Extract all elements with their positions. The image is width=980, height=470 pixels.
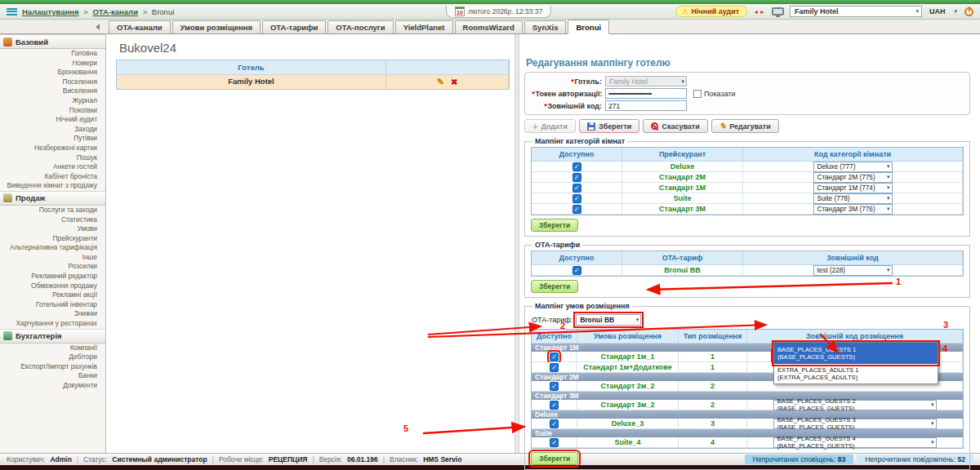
sidebar-item-services-events[interactable]: Послуги та заходи [0,206,105,215]
ota-tariff-select[interactable]: Bronui BB ▾ [576,314,641,326]
sidebar-item-rooms-off-sale[interactable]: Виведення кімнат з продажу [0,181,105,191]
sidebar-item-statistics[interactable]: Статистика [0,215,105,225]
save-room-mapping-button[interactable]: Зберегти [531,219,578,232]
sidebar-item-bookings[interactable]: Бронювання [0,68,105,78]
annotation-label-3: 3 [943,320,948,330]
sidebar-item-hotel-inventory[interactable]: Готельний інвентар [0,300,105,310]
cancel-button[interactable]: Скасувати [643,119,707,133]
placement-code-select[interactable]: BASE_PLACES_GUESTS 3 (BASE_PLACES_GUESTS… [773,419,937,429]
sidebar-item-guest-forms[interactable]: Анкети гостей [0,162,105,172]
placement-code-select[interactable]: BASE_PLACES_GUESTS 4 (BASE_PLACES_GUESTS… [773,437,937,448]
datetime-widget[interactable]: 10 лютого 2026р. 12:33:37 [446,6,551,18]
save-button[interactable]: Зберегти [579,119,639,133]
show-token-checkbox[interactable] [693,90,702,98]
tab-ota-tariffs[interactable]: ОТА-тарифи [262,20,326,33]
token-input[interactable]: •••••••••••••••••••••••• [605,88,687,99]
tab-ota-services[interactable]: ОТА-послуги [327,20,393,33]
sidebar-item-invoice-export[interactable]: Експорт/Імпорт рахунків [0,362,105,372]
row-checkbox[interactable]: ✓ [550,401,559,410]
external-code-input[interactable]: 271 [605,100,687,111]
chevron-down-icon: ▾ [887,184,890,191]
dropdown-option-selected[interactable]: BASE_PLACES_GUESTS 1 (BASE_PLACES_GUESTS… [774,343,938,364]
hotel-field-select[interactable]: Family Hotel ▾ [605,76,687,86]
token-field-label: Токен авторизації: [536,90,603,98]
row-checkbox[interactable]: ✓ [572,173,581,182]
table-row: ✓ Стандарт 1М Стандарт 1М (774)▾ [532,183,963,193]
sidebar-item-booker-cabinet[interactable]: Кабінет броніста [0,172,105,182]
sidebar-item-ad-editor[interactable]: Рекламний редактор [0,272,105,282]
sidebar-section-accounting[interactable]: Бухгалтерія [0,329,105,344]
row-checkbox[interactable]: ✓ [550,438,559,447]
sidebar-item-checkout[interactable]: Виселення [0,86,105,96]
sidebar-item-documents[interactable]: Документи [0,381,105,391]
sidebar-item-pricelists[interactable]: Прейскуранти [0,234,105,244]
tab-placement-terms[interactable]: Умови розміщення [172,20,261,33]
row-checkbox[interactable]: ✓ [550,382,559,391]
breadcrumb-settings-link[interactable]: Налаштування [22,7,79,16]
tab-yieldplanet[interactable]: YieldPlanet [395,20,453,33]
sidebar-item-other[interactable]: Інше [0,253,105,263]
save-ota-tariffs-button[interactable]: Зберегти [531,280,578,293]
power-icon[interactable] [964,7,973,16]
room-code-select[interactable]: Стандарт 2М (775)▾ [813,172,893,183]
sidebar-section-sales[interactable]: Продаж [0,191,105,206]
sidebar-item-promos[interactable]: Рекламні акції [0,290,105,300]
swap-arrows-icon[interactable]: ◄► [753,9,766,15]
sidebar-item-checkin[interactable]: Поселення [0,78,105,87]
tab-synxis[interactable]: SynXis [524,20,567,33]
row-checkbox[interactable]: ✓ [572,266,581,275]
sidebar-section-basic[interactable]: Базовий [0,34,105,49]
row-checkbox[interactable]: ✓ [572,194,581,203]
sidebar-item-events[interactable]: Заходи [0,125,105,135]
add-button[interactable]: + Додати [524,119,576,133]
sidebar-item-alt-tariffication[interactable]: Альтернативна тарифікація [0,243,105,253]
table-row[interactable]: Family Hotel ✎ ✖ [117,75,509,89]
row-checkbox[interactable]: ✓ [572,162,581,171]
room-code-select[interactable]: Стандарт 1М (774)▾ [813,183,893,193]
sidebar-item-journal[interactable]: Журнал [0,96,105,106]
sidebar-item-terms[interactable]: Умови [0,224,105,234]
sidebar-item-vouchers[interactable]: Путівки [0,134,105,144]
row-checkbox[interactable]: ✓ [550,352,559,361]
tab-ota-channels[interactable]: ОТА-канали [109,20,171,33]
sidebar-item-rooms[interactable]: Номери [0,59,105,69]
sidebar-item-night-audit[interactable]: Нічний аудит [0,115,105,125]
sidebar-item-housekeeping[interactable]: Покоївки [0,106,105,116]
sidebar-item-mailings[interactable]: Розсилки [0,262,105,272]
dropdown-option[interactable]: EXTRA_PLACES_ADULTS 1 (EXTRA_PLACES_ADUL… [774,364,938,384]
sidebar-item-home[interactable]: Головна [0,49,105,59]
currency-select[interactable]: UAH ▾ [928,6,959,17]
room-code-select[interactable]: Стандарт 3М (776)▾ [813,204,893,215]
sidebar-item-companies[interactable]: Компанії [0,344,105,353]
room-code-select[interactable]: Suite (778)▾ [813,193,893,204]
hotel-select[interactable]: Family Hotel ▾ [790,6,922,17]
row-checkbox[interactable]: ✓ [550,419,559,428]
night-audit-badge[interactable]: ⚠ Нічний аудит [675,6,747,17]
user-label: Користувач: [7,455,45,463]
sidebar-item-banks[interactable]: Банки [0,371,105,381]
edit-button[interactable]: ✎ Редагувати [711,119,779,133]
tariff-code-select[interactable]: test (228)▾ [813,265,893,276]
tariff-name: Bronui BB [622,265,743,276]
save-placement-mapping-button[interactable]: Зберегти [531,452,578,465]
tab-bronui[interactable]: Bronui [568,20,609,34]
sidebar-item-restaurant-meals[interactable]: Харчування у ресторанах [0,319,105,329]
room-code-select[interactable]: Deluxe (777)▾ [813,162,893,172]
row-checkbox[interactable]: ✓ [550,363,559,372]
row-checkbox[interactable]: ✓ [572,205,581,214]
sidebar-item-sale-limits[interactable]: Обмеження продажу [0,282,105,291]
sidebar-item-unsaved-cards[interactable]: Незбережені картки [0,144,105,153]
placement-code-select[interactable]: BASE_PLACES_GUESTS 2 (BASE_PLACES_GUESTS… [773,400,937,410]
breadcrumb-ota-channels-link[interactable]: ОТА-канали [92,7,138,16]
collapse-sidebar-icon[interactable] [96,24,100,30]
tab-roomswizard[interactable]: RoomsWizard [455,20,523,33]
sidebar-item-search[interactable]: Пошук [0,153,105,163]
workstation-icon[interactable] [772,7,784,16]
mapping-pane: Редагування маппінгу готелю *Готель: Fam… [519,34,980,453]
edit-icon[interactable]: ✎ [437,77,444,87]
menu-icon[interactable] [7,8,17,16]
row-checkbox[interactable]: ✓ [572,184,581,193]
delete-icon[interactable]: ✖ [451,78,457,86]
sidebar-item-discounts[interactable]: Знижки [0,309,105,319]
sidebar-item-debtors[interactable]: Дебітори [0,352,105,362]
